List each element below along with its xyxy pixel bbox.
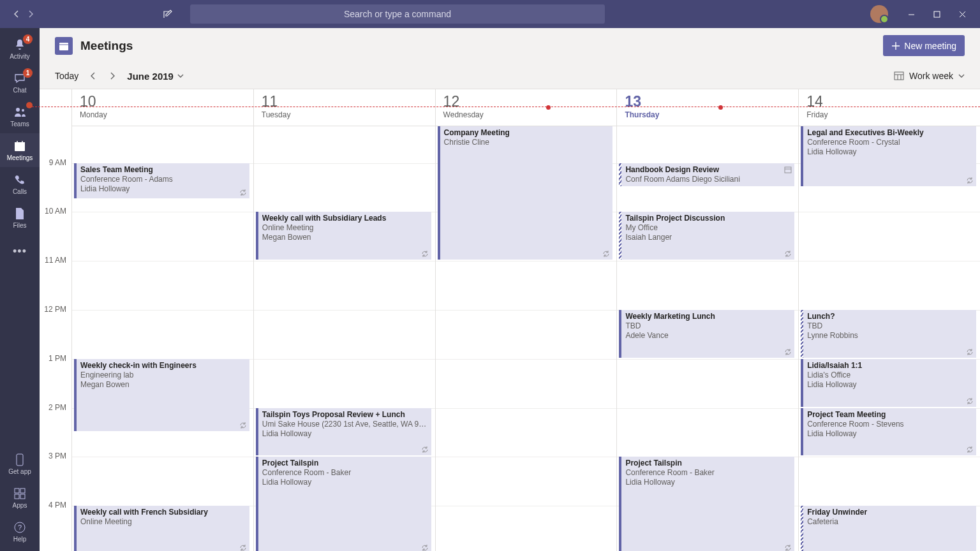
rail-meetings[interactable]: Meetings [0, 133, 40, 167]
calendar-event[interactable]: Project TailspinConference Room - BakerL… [256, 457, 431, 551]
rail-more[interactable]: ••• [0, 235, 40, 268]
event-title: Tailspin Toys Proposal Review + Lunch [262, 410, 427, 419]
event-organizer: Lidia Holloway [807, 147, 972, 156]
day-column[interactable]: 14FridayLegal and Executives Bi-WeeklyCo… [798, 89, 980, 551]
day-column[interactable]: 12WednesdayCompany MeetingChristie Cline [435, 89, 617, 551]
day-column[interactable]: 10MondaySales Team MeetingConference Roo… [71, 89, 253, 551]
close-button[interactable] [949, 0, 975, 28]
calendar-event[interactable]: Handbook Design ReviewConf Room Adams Di… [619, 163, 794, 186]
rail-chat[interactable]: 1 Chat [0, 66, 40, 99]
event-location: Conf Room Adams Diego Siciliani [625, 175, 791, 184]
rail-label: Get app [8, 468, 31, 475]
download-icon [13, 453, 27, 467]
rail-teams[interactable]: Teams [0, 99, 40, 133]
event-title: Tailspin Project Discussion [625, 214, 791, 223]
recur-icon [784, 348, 792, 356]
event-title: Company Meeting [444, 128, 609, 137]
event-title: Project Tailspin [625, 459, 791, 467]
recur-icon [239, 544, 247, 551]
event-organizer: Lidia Holloway [625, 478, 791, 487]
day-header: 14Friday [799, 89, 980, 126]
event-location: Conference Room - Crystal [807, 138, 972, 147]
day-column[interactable]: 11TuesdayWeekly call with Subsidiary Lea… [253, 89, 435, 551]
calendar-event[interactable]: Sales Team MeetingConference Room - Adam… [74, 163, 249, 199]
recur-icon [421, 544, 429, 551]
calendar-event[interactable]: Weekly call with French SubsidiaryOnline… [74, 506, 249, 551]
event-organizer: Megan Bowen [80, 380, 246, 389]
svg-rect-7 [20, 489, 25, 493]
event-title: Weekly call with Subsidiary Leads [262, 214, 427, 223]
user-avatar[interactable] [870, 5, 888, 23]
badge-teams [26, 102, 33, 108]
rail-activity[interactable]: 4 Activity [0, 32, 40, 66]
day-name: Tuesday [262, 110, 435, 119]
next-week-button[interactable] [109, 71, 115, 80]
event-organizer: Adele Vance [625, 331, 791, 340]
event-title: Lidia/Isaiah 1:1 [807, 361, 972, 370]
compose-icon[interactable] [162, 8, 174, 20]
calendar-event[interactable]: Tailspin Toys Proposal Review + LunchUmi… [256, 408, 431, 456]
back-button[interactable] [10, 8, 23, 20]
day-column[interactable]: 13ThursdayHandbook Design ReviewConf Roo… [616, 89, 798, 551]
svg-rect-5 [17, 454, 23, 466]
event-location: Engineering lab [80, 371, 246, 379]
badge-chat: 1 [23, 68, 33, 78]
calendar-event[interactable]: Company MeetingChristie Cline [438, 126, 613, 260]
calendar-event[interactable]: Weekly check-in with EngineersEngineerin… [74, 359, 249, 431]
svg-rect-12 [59, 43, 68, 50]
recur-icon [966, 348, 974, 356]
recur-icon [602, 250, 610, 258]
new-meeting-button[interactable]: New meeting [883, 35, 965, 56]
time-label: 9 AM [49, 158, 66, 167]
recur-icon [784, 250, 792, 258]
rail-label: Meetings [7, 154, 33, 161]
rail-label: Files [13, 222, 26, 229]
day-name: Friday [806, 110, 980, 119]
search-input[interactable]: Search or type a command [190, 4, 605, 24]
calendar-event[interactable]: Weekly Marketing LunchTBDAdele Vance [619, 310, 794, 358]
calendar-event[interactable]: Tailspin Project DiscussionMy OfficeIsai… [619, 212, 794, 260]
calendar-event[interactable]: Friday UnwinderCafeteria [801, 506, 976, 551]
event-organizer: Lidia Holloway [807, 380, 972, 389]
time-label: 12 PM [44, 305, 66, 314]
plus-icon [891, 41, 900, 50]
rail-files[interactable]: Files [0, 201, 40, 235]
event-organizer: Lidia Holloway [262, 429, 427, 438]
rail-apps[interactable]: Apps [0, 481, 40, 515]
calendar-event[interactable]: Project TailspinConference Room - BakerL… [619, 457, 794, 551]
more-icon: ••• [13, 245, 27, 258]
calendar-event[interactable]: Weekly call with Subsidiary LeadsOnline … [256, 212, 431, 260]
minimize-button[interactable] [898, 0, 924, 28]
day-header: 12Wednesday [436, 89, 617, 126]
rail-label: Apps [13, 502, 27, 509]
time-label: 10 AM [45, 207, 66, 216]
rail-help[interactable]: ? Help [0, 515, 40, 548]
event-location: Online Meeting [262, 223, 427, 232]
day-name: Thursday [625, 110, 798, 119]
event-location: Christie Cline [444, 138, 609, 147]
time-label: 4 PM [48, 501, 66, 510]
view-switcher[interactable]: Work week [894, 71, 965, 81]
calendar-event[interactable]: Lunch?TBDLynne Robbins [801, 310, 976, 358]
rail-calls[interactable]: Calls [0, 167, 40, 201]
prev-week-button[interactable] [90, 71, 96, 80]
day-number: 14 [806, 93, 980, 110]
rail-label: Teams [10, 121, 29, 128]
day-columns: 10MondaySales Team MeetingConference Roo… [71, 89, 980, 551]
file-icon [13, 207, 27, 221]
calendar-event[interactable]: Lidia/Isaiah 1:1Lidia's OfficeLidia Holl… [801, 359, 976, 407]
apps-icon [13, 487, 27, 501]
day-number: 11 [262, 93, 435, 110]
calendar-event[interactable]: Legal and Executives Bi-WeeklyConference… [801, 126, 976, 186]
day-number: 12 [443, 93, 617, 110]
forward-button[interactable] [24, 8, 37, 20]
calendar-event[interactable]: Project Team MeetingConference Room - St… [801, 408, 976, 456]
recur-icon [239, 422, 247, 429]
today-button[interactable]: Today [55, 71, 78, 81]
month-picker[interactable]: June 2019 [127, 71, 184, 82]
time-label: 2 PM [48, 403, 66, 412]
maximize-button[interactable] [924, 0, 949, 28]
month-label: June 2019 [127, 71, 174, 82]
rail-getapp[interactable]: Get app [0, 447, 40, 481]
event-title: Weekly check-in with Engineers [80, 361, 246, 370]
